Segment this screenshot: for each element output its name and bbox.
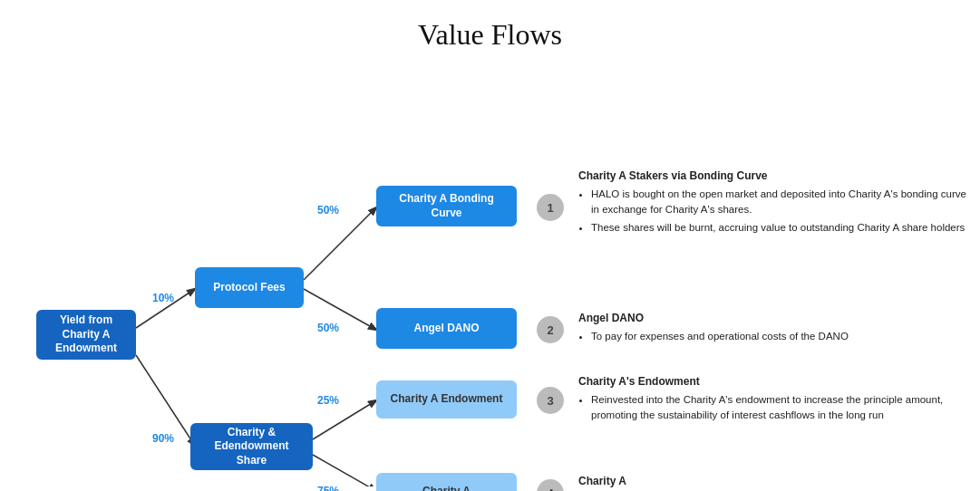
charity-endowment-box: Charity A Endowment (376, 380, 517, 419)
svg-line-2 (304, 207, 376, 280)
pct-50-top: 50% (317, 204, 339, 217)
page: Value Flows Yield from Charity A (0, 0, 980, 491)
diagram-area: Yield from Charity A Endowment Protocol … (18, 70, 962, 486)
pct-75: 75% (317, 485, 339, 491)
pct-10: 10% (152, 292, 174, 304)
pct-50-bottom: 50% (317, 322, 339, 334)
badge-3: 3 (537, 387, 564, 414)
page-title: Value Flows (18, 18, 962, 52)
angel-dano-box: Angel DANO (376, 308, 517, 349)
desc-charity-a: Charity A Majority of the yield is distr… (578, 473, 968, 491)
pct-25: 25% (317, 394, 339, 407)
protocol-fees-box: Protocol Fees (195, 267, 304, 308)
yield-box: Yield from Charity A Endowment (36, 310, 136, 360)
desc-charity-endowment: Charity A's Endowment Reinvested into th… (578, 373, 968, 426)
badge-4: 4 (537, 479, 564, 491)
desc-bonding-curve: Charity A Stakers via Bonding Curve HALO… (578, 168, 968, 237)
desc-angel-dano: Angel DANO To pay for expenses and opera… (578, 310, 968, 346)
svg-line-5 (313, 455, 376, 486)
pct-90: 90% (152, 432, 174, 445)
svg-line-3 (304, 289, 376, 330)
charity-bonding-box: Charity A Bonding Curve (376, 186, 517, 226)
badge-2: 2 (537, 316, 564, 343)
badge-1: 1 (537, 194, 564, 221)
charity-a-box: Charity A (376, 473, 517, 491)
charity-endowment-share-box: Charity & Edendowment Share (190, 423, 313, 470)
